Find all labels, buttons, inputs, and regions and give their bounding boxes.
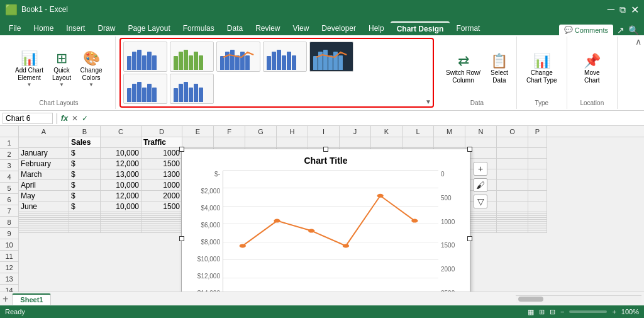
row-header-6[interactable]: 6 <box>0 194 18 205</box>
formula-fx-button[interactable]: fx <box>61 113 69 123</box>
cell-a6[interactable]: May <box>19 191 69 202</box>
cell-b3[interactable]: $ <box>69 159 101 169</box>
col-header-j[interactable]: J <box>340 126 371 137</box>
cell-o2[interactable] <box>497 148 528 159</box>
cell-d7[interactable]: 1500 <box>142 202 182 212</box>
chart-style-4[interactable] <box>263 42 307 72</box>
cell-c2[interactable]: 10,000 <box>101 148 142 159</box>
cell-p1[interactable] <box>528 137 547 148</box>
col-header-f[interactable]: F <box>214 126 245 137</box>
cell-d3[interactable]: 1500 <box>142 159 182 169</box>
cell-h1[interactable] <box>277 137 308 148</box>
select-data-button[interactable]: 📋 SelectData <box>487 51 511 86</box>
cell-a3[interactable]: February <box>19 159 69 169</box>
tab-home[interactable]: Home <box>27 21 60 35</box>
cell-o7[interactable] <box>497 202 528 212</box>
row-header-1[interactable]: 1 <box>0 137 18 149</box>
sheet-tab-sheet1[interactable]: Sheet1 <box>12 293 51 305</box>
chart-style-7[interactable] <box>170 74 214 104</box>
cell-p7[interactable] <box>528 202 547 212</box>
cell-o3[interactable] <box>497 159 528 169</box>
formula-cancel-button[interactable]: ✕ <box>72 114 78 123</box>
col-header-l[interactable]: L <box>402 126 434 137</box>
cell-g1[interactable] <box>245 137 277 148</box>
tab-view[interactable]: View <box>287 21 316 35</box>
col-header-g[interactable]: G <box>245 126 277 137</box>
cell-p6[interactable] <box>528 191 547 202</box>
cell-c1[interactable] <box>101 137 142 148</box>
formula-input[interactable] <box>91 114 641 123</box>
chart-style-3[interactable] <box>216 42 260 72</box>
row-header-3[interactable]: 3 <box>0 160 18 171</box>
zoom-out-icon[interactable]: − <box>560 308 564 315</box>
cell-f1[interactable] <box>214 137 245 148</box>
cell-b6[interactable]: $ <box>69 191 101 202</box>
chart-style-5-dark[interactable] <box>309 42 353 72</box>
cell-o1[interactable] <box>497 137 528 148</box>
cell-d2[interactable]: 1000 <box>142 148 182 159</box>
cell-d6[interactable]: 2000 <box>142 191 182 202</box>
tab-file[interactable]: File <box>3 21 27 35</box>
tab-draw[interactable]: Draw <box>91 21 121 35</box>
cell-o6[interactable] <box>497 191 528 202</box>
view-normal-icon[interactable]: ▦ <box>528 308 534 316</box>
tab-help[interactable]: Help <box>362 21 391 35</box>
row-header-8[interactable]: 8 <box>0 217 18 228</box>
col-header-i[interactable]: I <box>308 126 340 137</box>
tab-page-layout[interactable]: Page Layout <box>121 21 176 35</box>
cell-a2[interactable]: January <box>19 148 69 159</box>
col-header-n[interactable]: N <box>465 126 497 137</box>
cell-p4[interactable] <box>528 169 547 180</box>
chart-styles-scroll-down[interactable]: ▼ <box>425 98 431 105</box>
view-layout-icon[interactable]: ⊞ <box>539 308 545 316</box>
quick-layout-button[interactable]: ⊞ QuickLayout ▼ <box>49 48 74 89</box>
tab-chart-design[interactable]: Chart Design <box>391 21 450 35</box>
cell-b1[interactable]: Sales <box>69 137 101 148</box>
cell-o4[interactable] <box>497 169 528 180</box>
chart-style-2[interactable] <box>170 42 214 72</box>
horizontal-scrollbar[interactable] <box>516 295 641 303</box>
col-header-d[interactable]: D <box>142 126 182 137</box>
cell-c4[interactable]: 13,000 <box>101 169 142 180</box>
col-header-k[interactable]: K <box>371 126 402 137</box>
comments-button[interactable]: 💬 Comments <box>559 25 613 35</box>
cell-k1[interactable] <box>371 137 402 148</box>
chart-elements-button[interactable]: + <box>474 162 487 176</box>
cell-a1[interactable] <box>19 137 69 148</box>
row-header-14[interactable]: 14 <box>0 285 18 292</box>
cell-a7[interactable]: June <box>19 202 69 212</box>
scrollbar-thumb[interactable] <box>518 297 543 302</box>
close-icon[interactable]: ✕ <box>631 4 639 16</box>
tab-data[interactable]: Data <box>221 21 249 35</box>
select-all-corner[interactable] <box>0 126 19 137</box>
tab-developer[interactable]: Developer <box>315 21 362 35</box>
chart-overlay[interactable]: + 🖌 ▽ Chart Title $14,000 $12,000 $1 <box>181 149 470 292</box>
row-header-4[interactable]: 4 <box>0 171 18 183</box>
cell-c6[interactable]: 12,000 <box>101 191 142 202</box>
cell-b2[interactable]: $ <box>69 148 101 159</box>
col-header-e[interactable]: E <box>182 126 214 137</box>
name-box-input[interactable] <box>3 113 53 124</box>
cell-d4[interactable]: 1300 <box>142 169 182 180</box>
tab-insert[interactable]: Insert <box>60 21 91 35</box>
add-sheet-button[interactable]: + <box>3 293 8 305</box>
minimize-icon[interactable]: ─ <box>608 4 614 15</box>
chart-filters-button[interactable]: ▽ <box>474 195 487 208</box>
cell-b7[interactable]: $ <box>69 202 101 212</box>
row-header-13[interactable]: 13 <box>0 273 18 285</box>
change-chart-type-button[interactable]: 📊 ChangeChart Type <box>523 51 560 86</box>
restore-icon[interactable]: ⧉ <box>619 4 626 15</box>
switch-row-column-button[interactable]: ⇄ Switch Row/Column <box>443 51 484 86</box>
row-header-10[interactable]: 10 <box>0 239 18 251</box>
formula-confirm-button[interactable]: ✓ <box>82 114 88 123</box>
col-header-b[interactable]: B <box>69 126 101 137</box>
cell-b5[interactable]: $ <box>69 180 101 191</box>
search-icon[interactable]: 🔍 <box>628 25 639 35</box>
row-header-11[interactable]: 11 <box>0 251 18 262</box>
cell-d1[interactable]: Traffic <box>142 137 182 148</box>
cell-p2[interactable] <box>528 148 547 159</box>
cell-c7[interactable]: 10,000 <box>101 202 142 212</box>
cell-l1[interactable] <box>402 137 434 148</box>
tab-review[interactable]: Review <box>249 21 286 35</box>
cell-a5[interactable]: April <box>19 180 69 191</box>
